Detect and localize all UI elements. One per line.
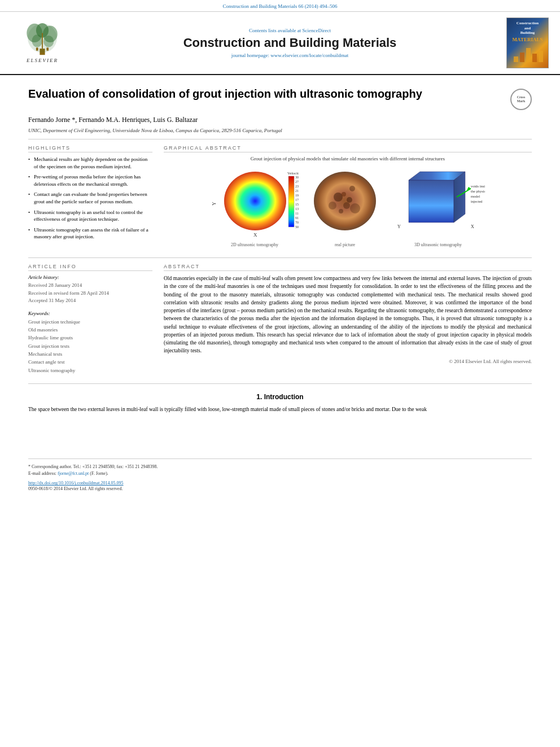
real-picture-svg (304, 166, 386, 239)
svg-text:1542: 1542 (295, 203, 299, 206)
contents-text: Contents lists available at (249, 28, 302, 33)
ga-image-2d: Y X (211, 166, 299, 247)
elsevier-tree-icon (20, 23, 65, 56)
cover-chart-icon (511, 42, 545, 65)
email-suffix: (F. Jorne). (89, 471, 108, 476)
article-history-title: Article history: (28, 274, 152, 280)
cover-line2: and (524, 26, 531, 30)
cover-title-top: Construction and Building (517, 21, 539, 35)
tomo-2d-svg: Y X (211, 166, 299, 239)
info-abstract-row: ARTICLE INFO Article history: Received 2… (28, 264, 532, 374)
cover-mat-label: MATERIALS (513, 37, 543, 42)
homepage-link[interactable]: www.elsevier.com/locate/conbuildmat (270, 53, 348, 58)
highlight-item-2: Pre-wetting of porous media before the i… (28, 173, 152, 187)
svg-text:1750: 1750 (295, 198, 299, 202)
label-3d: 3D ultrasonic tomography (392, 242, 485, 247)
intro-number: 1. (256, 393, 262, 401)
highlights-list: Mechanical results are highly dependent … (28, 156, 152, 241)
keyword-2: Old masonries (28, 326, 152, 334)
svg-rect-10 (514, 56, 518, 62)
svg-rect-12 (526, 48, 531, 62)
abstract-text: Old masonries especially in the case of … (164, 274, 532, 355)
highlights-column: HIGHLIGHTS Mechanical results are highly… (28, 145, 152, 250)
email-label: E-mail address: (28, 471, 58, 476)
email-address[interactable]: fjorne@fct.unl.pt (58, 471, 89, 476)
svg-text:3000: 3000 (295, 176, 299, 179)
svg-marker-45 (454, 172, 465, 222)
abstract-label: ABSTRACT (164, 264, 532, 271)
footnotes-area: * Corresponding author. Tel.: +351 21 29… (28, 458, 532, 492)
issn-line: 0950-0618/© 2014 Elsevier Ltd. All right… (28, 486, 532, 492)
svg-text:500.: 500. (295, 225, 299, 229)
copyright-line: © 2014 Elsevier Ltd. All rights reserved… (164, 359, 532, 364)
journal-cover: Construction and Building MATERIALS (506, 18, 549, 68)
graphical-abstract-column: GRAPHICAL ABSTRACT Grout injection of ph… (164, 145, 532, 250)
affiliation-line: UNIC, Department of Civil Engineering, U… (28, 128, 532, 133)
ga-image-real: real picture (304, 166, 386, 247)
crossmark-badge[interactable]: CrossMark (510, 89, 532, 110)
cover-image-box: Construction and Building MATERIALS (506, 18, 549, 68)
journal-homepage-line: journal homepage: www.elsevier.com/locat… (73, 53, 506, 58)
article-history-block: Article history: Received 28 January 201… (28, 274, 152, 305)
highlights-graphical-row: HIGHLIGHTS Mechanical results are highly… (28, 145, 532, 250)
svg-text:2792: 2792 (295, 180, 299, 184)
top-citation-bar: Construction and Building Materials 66 (… (0, 0, 560, 12)
received-date: Received 28 January 2014 (28, 282, 152, 290)
highlight-item-5: Ultrasonic tomography can assess the ris… (28, 226, 152, 241)
doi-link[interactable]: http://dx.doi.org/10.1016/j.conbuildmat.… (28, 480, 124, 486)
sciencedirect-link[interactable]: ScienceDirect (303, 28, 331, 33)
graphical-abstract-caption: Grout injection of physical models that … (164, 156, 532, 161)
accepted-date: Accepted 31 May 2014 (28, 297, 152, 305)
svg-text:708.3: 708.3 (295, 221, 299, 224)
keyword-7: Ultrasonic tomography (28, 366, 152, 374)
svg-rect-11 (520, 53, 524, 62)
introduction-section: 1. Introduction The space between the tw… (28, 393, 532, 413)
intro-heading: 1. Introduction (28, 393, 532, 401)
svg-point-39 (347, 197, 352, 203)
svg-point-33 (334, 193, 343, 202)
article-info-column: ARTICLE INFO Article history: Received 2… (28, 264, 152, 374)
svg-point-34 (349, 186, 355, 191)
citation-text: Construction and Building Materials 66 (… (223, 3, 338, 9)
svg-point-35 (343, 202, 350, 209)
article-info-label: ARTICLE INFO (28, 264, 152, 271)
svg-point-37 (350, 203, 360, 213)
svg-text:X: X (471, 224, 474, 229)
svg-text:Velocity: Velocity (287, 171, 299, 176)
keywords-block: Keywords: Grout injection technique Old … (28, 311, 152, 375)
svg-text:2375: 2375 (295, 185, 299, 188)
doi-line: http://dx.doi.org/10.1016/j.conbuildmat.… (28, 479, 532, 486)
journal-title-center: Contents lists available at ScienceDirec… (73, 28, 506, 58)
label-real: real picture (304, 242, 386, 247)
svg-marker-43 (409, 180, 454, 222)
elsevier-logo: ELSEVIER (11, 23, 73, 63)
journal-header: ELSEVIER Contents lists available at Sci… (0, 12, 560, 75)
highlight-item-3: Contact angle can evaluate the bond prop… (28, 191, 152, 205)
elsevier-wordmark: ELSEVIER (27, 58, 58, 63)
graphical-abstract-label: GRAPHICAL ABSTRACT (164, 145, 532, 152)
svg-point-40 (339, 209, 343, 213)
divider-1 (28, 139, 532, 139)
email-line: E-mail address: fjorne@fct.unl.pt (F. Jo… (28, 470, 532, 477)
svg-text:voids inside: voids inside (471, 184, 485, 188)
crossmark-circle: CrossMark (510, 89, 532, 110)
divider-2 (28, 257, 532, 258)
svg-text:1125: 1125 (295, 212, 299, 215)
homepage-prefix: journal homepage: (231, 53, 270, 58)
keywords-title: Keywords: (28, 311, 152, 316)
highlights-label: HIGHLIGHTS (28, 145, 152, 152)
highlight-item-4: Ultrasonic tomography is an useful tool … (28, 209, 152, 223)
keyword-4: Grout injection tests (28, 342, 152, 350)
svg-rect-13 (532, 54, 537, 62)
svg-text:1958: 1958 (295, 194, 299, 197)
keyword-5: Mechanical tests (28, 350, 152, 358)
svg-point-5 (32, 34, 42, 47)
svg-rect-19 (288, 176, 294, 227)
intro-body-text: The space between the two external leave… (28, 405, 532, 413)
paper-container: Evaluation of consolidation of grout inj… (0, 75, 560, 504)
svg-rect-8 (36, 47, 38, 51)
ga-images-row: Y X (164, 166, 532, 247)
svg-text:Y: Y (211, 202, 217, 206)
svg-rect-9 (46, 47, 49, 51)
svg-rect-14 (539, 51, 543, 62)
